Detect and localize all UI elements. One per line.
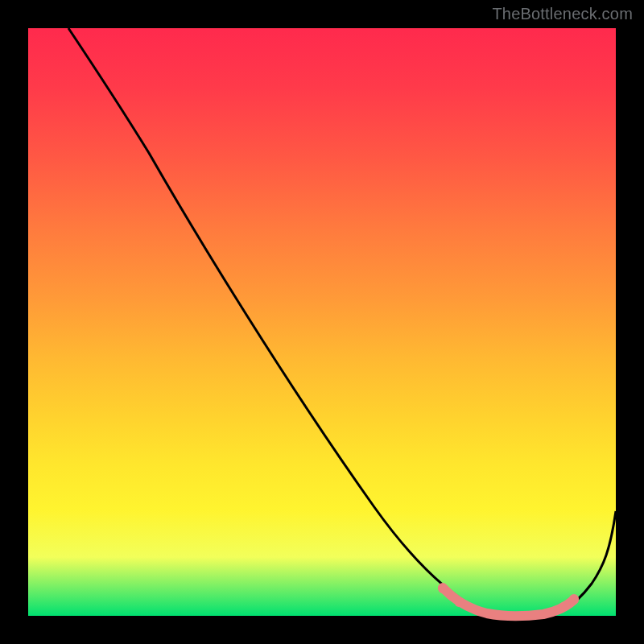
highlight-dot bbox=[475, 608, 483, 616]
highlight-dot bbox=[559, 602, 568, 610]
chart-frame: TheBottleneck.com bbox=[0, 0, 644, 644]
highlight-dot bbox=[499, 612, 507, 620]
highlight-dot bbox=[569, 594, 579, 604]
bottleneck-curve-svg bbox=[28, 28, 616, 616]
chart-plot-area bbox=[28, 28, 616, 616]
highlight-dot bbox=[455, 599, 463, 607]
highlight-dot bbox=[523, 612, 531, 620]
highlight-dot bbox=[438, 584, 448, 593]
attribution-text: TheBottleneck.com bbox=[492, 5, 633, 23]
highlight-dot bbox=[545, 609, 553, 617]
bottleneck-curve-path bbox=[68, 28, 616, 616]
